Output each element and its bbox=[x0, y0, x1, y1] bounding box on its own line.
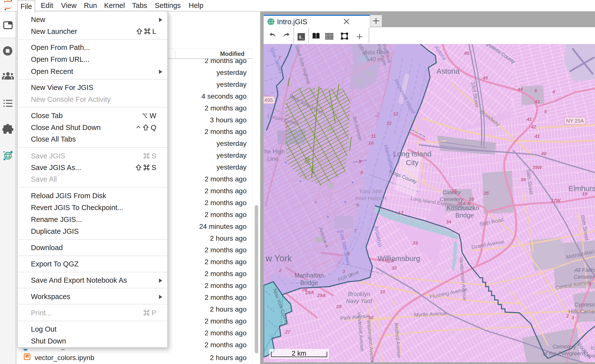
svg-text:$_: $_ bbox=[299, 35, 304, 40]
svg-text:3: 3 bbox=[343, 269, 345, 274]
svg-text:13: 13 bbox=[398, 210, 403, 215]
svg-text:495: 495 bbox=[264, 97, 273, 103]
svg-text:19: 19 bbox=[582, 191, 587, 196]
svg-text:10: 10 bbox=[368, 140, 374, 146]
svg-text:Astoria: Astoria bbox=[436, 67, 460, 75]
svg-text:Bridge: Bridge bbox=[455, 212, 474, 219]
svg-text:29: 29 bbox=[336, 304, 342, 309]
svg-text:Long Island: Long Island bbox=[393, 150, 431, 158]
svg-text:Williamsburg: Williamsburg bbox=[378, 254, 420, 262]
svg-text:Cypress: Cypress bbox=[574, 301, 595, 308]
svg-text:32: 32 bbox=[391, 265, 397, 271]
svg-text:All Faiths: All Faiths bbox=[574, 267, 595, 273]
svg-text:w York: w York bbox=[265, 253, 292, 263]
svg-text:27: 27 bbox=[285, 329, 291, 335]
svg-text:40: 40 bbox=[541, 151, 547, 156]
svg-text:33: 33 bbox=[412, 240, 418, 246]
svg-text:12: 12 bbox=[386, 121, 392, 126]
svg-text:28: 28 bbox=[301, 287, 307, 292]
svg-text:15: 15 bbox=[451, 188, 457, 193]
svg-text:Hills Cemet: Hills Cemet bbox=[569, 308, 595, 315]
svg-text:8: 8 bbox=[359, 159, 361, 164]
svg-text:NY 25A: NY 25A bbox=[566, 118, 584, 124]
svg-text:The High: The High bbox=[264, 148, 285, 155]
svg-text:11: 11 bbox=[371, 133, 376, 139]
svg-text:35: 35 bbox=[483, 191, 489, 196]
svg-text:5: 5 bbox=[347, 251, 350, 256]
svg-text:3: 3 bbox=[589, 281, 591, 286]
svg-text:3: 3 bbox=[572, 315, 574, 320]
svg-text:East 34th: East 34th bbox=[360, 188, 383, 194]
svg-text:Elmhurst: Elmhurst bbox=[569, 184, 595, 193]
svg-text:29A: 29A bbox=[317, 293, 326, 298]
svg-text:44: 44 bbox=[517, 87, 523, 92]
svg-text:39: 39 bbox=[520, 177, 526, 182]
svg-text:5: 5 bbox=[544, 109, 547, 114]
svg-text:2: 2 bbox=[566, 313, 569, 319]
svg-text:4: 4 bbox=[552, 89, 555, 94]
svg-text:34: 34 bbox=[446, 219, 451, 224]
svg-text:Cemetery: Cemetery bbox=[574, 274, 595, 280]
svg-text:Manhattan: Manhattan bbox=[295, 272, 324, 279]
svg-text:42: 42 bbox=[530, 124, 536, 129]
svg-text:17W: 17W bbox=[551, 198, 561, 203]
svg-text:31: 31 bbox=[380, 289, 385, 294]
svg-text:32A: 32A bbox=[386, 258, 394, 263]
svg-text:Navy Yard: Navy Yard bbox=[346, 298, 372, 304]
svg-text:Line: Line bbox=[267, 155, 278, 162]
svg-text:Brooklyn: Brooklyn bbox=[348, 291, 370, 297]
svg-text:Bridge: Bridge bbox=[300, 279, 318, 286]
svg-text:treet Heliport: treet Heliport bbox=[355, 195, 387, 201]
svg-text:35A-B: 35A-B bbox=[457, 201, 471, 206]
svg-text:30: 30 bbox=[368, 315, 373, 320]
svg-text:of the Evergreens: of the Evergreens bbox=[543, 350, 586, 357]
svg-text:41: 41 bbox=[534, 134, 540, 139]
svg-text:7: 7 bbox=[278, 55, 281, 60]
svg-text:7: 7 bbox=[354, 228, 357, 233]
svg-text:2 km: 2 km bbox=[292, 350, 306, 357]
svg-text:45: 45 bbox=[464, 51, 469, 56]
svg-text:5: 5 bbox=[534, 88, 537, 93]
svg-text:12: 12 bbox=[393, 111, 398, 116]
svg-text:City: City bbox=[406, 158, 419, 167]
svg-text:45: 45 bbox=[482, 75, 488, 81]
svg-text:Etna Stre: Etna Stre bbox=[591, 345, 595, 351]
svg-text:2: 2 bbox=[279, 268, 282, 273]
svg-text:43: 43 bbox=[534, 99, 540, 104]
svg-text:39W: 39W bbox=[532, 165, 542, 170]
svg-text:9: 9 bbox=[360, 170, 363, 175]
svg-text:41: 41 bbox=[526, 117, 532, 122]
svg-text:Cemetery: Cemetery bbox=[552, 343, 576, 350]
